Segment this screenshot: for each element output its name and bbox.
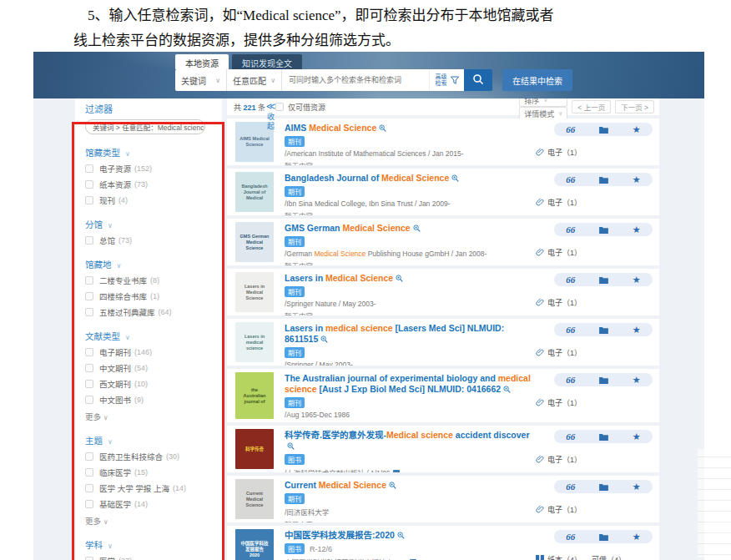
cite-button[interactable]: 66: [566, 125, 575, 134]
filter-option-collection-type[interactable]: 现刊(4): [85, 194, 214, 206]
result-cover-image[interactable]: Lasers inMedicalScience: [235, 272, 274, 312]
filter-section-title-location[interactable]: 馆藏地∨: [85, 258, 214, 270]
filter-section-title-subject[interactable]: 主题∨: [85, 434, 214, 446]
favorite-button[interactable]: ★: [633, 125, 641, 134]
filter-option-subject[interactable]: 医药卫生科技综合(30): [85, 450, 214, 462]
zoom-in-icon[interactable]: [393, 273, 403, 283]
favorite-button[interactable]: ★: [633, 225, 641, 235]
show-more-doc-type[interactable]: 更多 ∨: [85, 411, 214, 422]
cite-button[interactable]: 66: [566, 275, 575, 284]
next-page-button[interactable]: 下一页 >: [615, 100, 654, 114]
filter-checkbox[interactable]: [85, 308, 93, 316]
electronic-resource-link[interactable]: 电子（1）: [536, 197, 582, 208]
result-cover-image[interactable]: 科学传奇: [235, 429, 274, 469]
filter-checkbox[interactable]: [85, 468, 93, 477]
filter-checkbox[interactable]: [85, 276, 93, 285]
favorite-button[interactable]: ★: [633, 275, 641, 285]
result-title-link[interactable]: GMS German Medical Science: [285, 223, 535, 234]
filter-option-doc-type[interactable]: 电子期刊(146): [85, 346, 214, 358]
cite-button[interactable]: 66: [566, 532, 575, 541]
filter-option-collection-type[interactable]: 纸本资源(73): [85, 178, 214, 190]
zoom-in-icon[interactable]: [386, 480, 396, 490]
search-in-results-button[interactable]: 在结果中检索: [502, 69, 572, 91]
filter-checkbox[interactable]: [85, 557, 93, 560]
electronic-resource-link[interactable]: 电子（1）: [536, 147, 582, 158]
electronic-resource-link[interactable]: 电子（1）: [536, 297, 582, 308]
zoom-in-icon[interactable]: [285, 441, 295, 451]
result-title-link[interactable]: Current Medical Science: [285, 480, 535, 491]
cite-button[interactable]: 66: [566, 482, 575, 491]
result-title-link[interactable]: Bangladesh Journal of Medical Science: [285, 173, 535, 184]
zoom-in-icon[interactable]: [318, 334, 328, 344]
filter-section-title-branch[interactable]: 分馆∨: [85, 218, 214, 230]
result-title-link[interactable]: The Australian journal of experimental b…: [285, 373, 535, 395]
zoom-in-icon[interactable]: [411, 223, 421, 233]
filter-option-branch[interactable]: 总馆(73): [85, 234, 214, 246]
favorite-button[interactable]: ★: [633, 482, 641, 492]
filter-checkbox[interactable]: [85, 396, 93, 404]
filter-section-title-doc-type[interactable]: 文献类型∨: [85, 330, 214, 342]
filter-checkbox[interactable]: [85, 364, 93, 372]
cite-button[interactable]: 66: [566, 175, 575, 184]
result-title-link[interactable]: 科学传奇.医学的意外发现-Medical science accident di…: [285, 430, 535, 452]
result-cover-image[interactable]: 中国医学科技发展报告2020: [235, 529, 274, 560]
result-cover-image[interactable]: Lasers inmedicalscience: [235, 322, 274, 362]
search-field-select[interactable]: 关键词∨: [175, 69, 227, 91]
filter-section-title-collection-type[interactable]: 馆藏类型∨: [85, 146, 214, 159]
filter-option-collection-type[interactable]: 电子资源(152): [85, 162, 214, 174]
filter-option-location[interactable]: 五楼过刊典藏库(64): [85, 305, 214, 318]
filter-option-subject[interactable]: 临床医学(15): [85, 466, 214, 478]
add-to-folder-button[interactable]: [599, 533, 608, 541]
result-title-link[interactable]: Lasers in medical science [Lasers Med Sc…: [285, 323, 535, 345]
available-count[interactable]: 可借（4）: [592, 554, 626, 560]
add-to-folder-button[interactable]: [599, 483, 608, 491]
search-input[interactable]: [282, 69, 429, 91]
collapse-sidebar-button[interactable]: ≪ 收起: [265, 102, 276, 131]
result-title-link[interactable]: 中国医学科技发展报告:2020: [285, 530, 535, 541]
add-to-folder-button[interactable]: [599, 126, 608, 134]
filter-checkbox[interactable]: [85, 484, 93, 492]
show-more-subject[interactable]: 更多 ∨: [85, 515, 214, 527]
electronic-resource-link[interactable]: 电子（1）: [536, 504, 582, 515]
filter-checkbox[interactable]: [85, 236, 93, 245]
filter-option-subject[interactable]: 基础医学(14): [85, 497, 214, 510]
filter-option-location[interactable]: 二楼专业书库(8): [85, 274, 214, 286]
add-to-folder-button[interactable]: [599, 226, 608, 234]
result-cover-image[interactable]: BangladeshJournal ofMedical: [235, 172, 274, 212]
filter-checkbox[interactable]: [85, 164, 93, 173]
result-cover-image[interactable]: CurrentMedicalScience: [235, 479, 274, 519]
result-title-link[interactable]: Lasers in Medical Science: [285, 273, 535, 284]
filter-checkbox[interactable]: [85, 500, 93, 508]
only-borrowable-checkbox[interactable]: [275, 103, 284, 111]
filter-checkbox[interactable]: [85, 380, 93, 388]
filter-option-doc-type[interactable]: 中文期刊(54): [85, 361, 214, 374]
filter-option-discipline[interactable]: 医学(27): [85, 554, 214, 560]
result-cover-image[interactable]: GMS GermanMedicalScience: [235, 222, 274, 262]
tab-local-resources[interactable]: 本地资源: [175, 54, 229, 69]
order-select[interactable]: 排序∨: [519, 98, 567, 107]
filter-option-subject[interactable]: 医学 大学 学报 上海(14): [85, 482, 214, 494]
paper-holdings-link[interactable]: 纸本（4）: [536, 554, 582, 560]
favorite-button[interactable]: ★: [633, 376, 641, 385]
favorite-button[interactable]: ★: [633, 325, 641, 335]
zoom-in-icon[interactable]: [449, 173, 459, 183]
zoom-in-icon[interactable]: [395, 530, 405, 540]
favorite-button[interactable]: ★: [633, 432, 641, 441]
advanced-search-button[interactable]: 高级检索: [429, 69, 464, 91]
electronic-resource-link[interactable]: 电子（1）: [536, 397, 582, 408]
result-cover-image[interactable]: theAustralianjournal of: [235, 372, 274, 419]
tab-knowledge-fulltext[interactable]: 知识发现全文: [232, 54, 302, 69]
electronic-resource-link[interactable]: 电子（1）: [536, 454, 582, 465]
search-button[interactable]: [464, 69, 492, 91]
result-title-link[interactable]: AIMS Medical Science: [285, 123, 535, 134]
cite-button[interactable]: 66: [566, 376, 575, 384]
cite-button[interactable]: 66: [566, 225, 575, 234]
filter-checkbox[interactable]: [85, 348, 93, 356]
add-to-folder-button[interactable]: [599, 176, 608, 184]
electronic-resource-link[interactable]: 电子（1）: [536, 347, 582, 358]
zoom-in-icon[interactable]: [376, 123, 386, 133]
cite-button[interactable]: 66: [566, 325, 575, 334]
filter-option-location[interactable]: 四楼综合书库(1): [85, 290, 214, 302]
filter-option-doc-type[interactable]: 中文图书(9): [85, 393, 214, 406]
add-to-folder-button[interactable]: [599, 433, 608, 441]
